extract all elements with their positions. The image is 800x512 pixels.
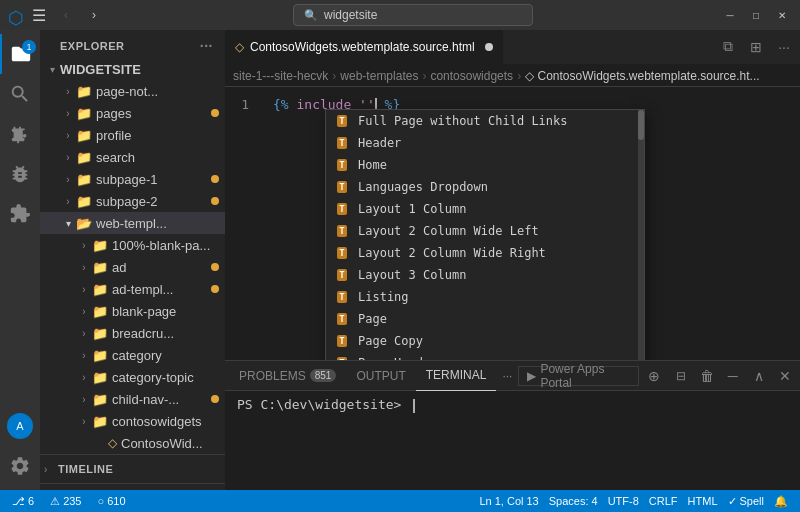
autocomplete-scrollbar-thumb[interactable] <box>638 110 644 140</box>
window-minimize-button[interactable]: ─ <box>720 5 740 25</box>
ac-icon: T <box>334 179 350 195</box>
tree-item-profile[interactable]: › 📁 profile <box>40 124 225 146</box>
panel-minimize-button[interactable]: ─ <box>722 364 744 388</box>
tree-item-ad[interactable]: › 📁 ad <box>40 256 225 278</box>
activity-bar: 1 A <box>0 30 40 490</box>
tree-item-contosowidgets[interactable]: › 📁 contosowidgets <box>40 410 225 432</box>
tab-more-button[interactable]: ··· <box>772 35 796 59</box>
panel-close-button[interactable]: ✕ <box>774 364 796 388</box>
activity-item-debug[interactable] <box>0 154 40 194</box>
activity-item-settings[interactable] <box>0 446 40 486</box>
autocomplete-item-page-header[interactable]: T Page Header <box>326 352 644 360</box>
panel-split-button[interactable]: ⊟ <box>669 364 691 388</box>
autocomplete-item-header[interactable]: T Header <box>326 132 644 154</box>
activity-item-source-control[interactable] <box>0 114 40 154</box>
panel-tab-output[interactable]: OUTPUT <box>346 361 415 391</box>
panel-add-button[interactable]: ⊕ <box>643 364 665 388</box>
tree-item-breadcru[interactable]: › 📁 breadcru... <box>40 322 225 344</box>
ac-label: Page <box>358 312 387 326</box>
tab-split-button[interactable]: ⧉ <box>716 35 740 59</box>
breadcrumb-item-site[interactable]: site-1---site-hecvk <box>233 69 328 83</box>
tree-item-subpage1[interactable]: › 📁 subpage-1 <box>40 168 225 190</box>
status-bar: ⎇ 6 ⚠ 235 ○ 610 Ln 1, Col 13 Spaces: 4 U… <box>0 490 800 512</box>
tab-layout-button[interactable]: ⊞ <box>744 35 768 59</box>
ac-label: Layout 2 Column Wide Left <box>358 224 539 238</box>
autocomplete-item-layout2wr[interactable]: T Layout 2 Column Wide Right <box>326 242 644 264</box>
tree-label: profile <box>96 128 131 143</box>
activity-item-search[interactable] <box>0 74 40 114</box>
autocomplete-item-page-copy[interactable]: T Page Copy <box>326 330 644 352</box>
modified-badge <box>211 109 219 117</box>
status-encoding[interactable]: UTF-8 <box>604 490 643 512</box>
terminal-content[interactable]: PS C:\dev\widgetsite> <box>225 391 800 490</box>
autocomplete-item-fullpage[interactable]: T Full Page without Child Links <box>326 110 644 132</box>
nav-back-button[interactable]: ‹ <box>54 3 78 27</box>
activity-bar-bottom: A <box>0 406 40 490</box>
folder-icon: 📁 <box>76 84 92 99</box>
timeline-header[interactable]: › TIMELINE <box>40 458 225 480</box>
panel-tab-terminal[interactable]: TERMINAL <box>416 361 497 391</box>
spell-icon: ✓ <box>728 495 737 508</box>
autocomplete-item-layout2wl[interactable]: T Layout 2 Column Wide Left <box>326 220 644 242</box>
autocomplete-item-home[interactable]: T Home <box>326 154 644 176</box>
activity-item-extensions[interactable] <box>0 194 40 234</box>
autocomplete-item-layout1[interactable]: T Layout 1 Column <box>326 198 644 220</box>
window-maximize-button[interactable]: □ <box>746 5 766 25</box>
avatar[interactable]: A <box>7 413 33 439</box>
activity-item-explorer[interactable]: 1 <box>0 34 40 74</box>
power-apps-portal-button[interactable]: ▶ Power Apps Portal <box>518 366 639 386</box>
global-search-box[interactable]: 🔍 widgetsite <box>293 4 533 26</box>
terminal-cursor <box>413 399 415 413</box>
autocomplete-item-page[interactable]: T Page <box>326 308 644 330</box>
tree-item-category[interactable]: › 📁 category <box>40 344 225 366</box>
tree-item-category-topic[interactable]: › 📁 category-topic <box>40 366 225 388</box>
tree-item-web-templ[interactable]: ▾ 📂 web-templ... <box>40 212 225 234</box>
modified-badge <box>211 285 219 293</box>
status-spell[interactable]: ✓ Spell <box>724 490 768 512</box>
tree-item-search[interactable]: › 📁 search <box>40 146 225 168</box>
titlebar: ⬡ ☰ ‹ › 🔍 widgetsite ─ □ ✕ <box>0 0 800 30</box>
status-eol[interactable]: CRLF <box>645 490 682 512</box>
ac-icon: T <box>334 201 350 217</box>
breadcrumb-item-web-templates[interactable]: web-templates <box>340 69 418 83</box>
autocomplete-scrollbar[interactable] <box>638 110 644 360</box>
tree-item-page-not[interactable]: › 📁 page-not... <box>40 80 225 102</box>
panel-tab-more[interactable]: ··· <box>496 369 518 383</box>
status-spaces[interactable]: Spaces: 4 <box>545 490 602 512</box>
tree-label: ContosoWid... <box>121 436 203 451</box>
code-editor[interactable]: 1 {% include '' %} T Full Page w <box>225 87 800 360</box>
tree-item-pages[interactable]: › 📁 pages <box>40 102 225 124</box>
status-errors[interactable]: ⚠ 235 <box>46 490 85 512</box>
autocomplete-item-layout3[interactable]: T Layout 3 Column <box>326 264 644 286</box>
panel-tab-problems[interactable]: PROBLEMS 851 <box>229 361 346 391</box>
tab-main[interactable]: ◇ ContosoWidgets.webtemplate.source.html <box>225 30 503 64</box>
code-area[interactable]: {% include '' %} T Full Page without Chi… <box>265 87 800 360</box>
status-notifications[interactable]: 🔔 <box>770 490 792 512</box>
panel-trash-button[interactable]: 🗑 <box>696 364 718 388</box>
hamburger-menu-icon[interactable]: ☰ <box>32 6 46 25</box>
status-language[interactable]: HTML <box>684 490 722 512</box>
autocomplete-item-listing[interactable]: T Listing <box>326 286 644 308</box>
tree-item-subpage2[interactable]: › 📁 subpage-2 <box>40 190 225 212</box>
status-info[interactable]: ○ 610 <box>93 490 129 512</box>
activity-item-accounts[interactable]: A <box>0 406 40 446</box>
tree-item-child-nav[interactable]: › 📁 child-nav-... <box>40 388 225 410</box>
status-position[interactable]: Ln 1, Col 13 <box>475 490 542 512</box>
nav-forward-button[interactable]: › <box>82 3 106 27</box>
status-branch[interactable]: ⎇ 6 <box>8 490 38 512</box>
ac-icon: T <box>334 289 350 305</box>
window-close-button[interactable]: ✕ <box>772 5 792 25</box>
notification-icon: 🔔 <box>774 495 788 508</box>
breadcrumb-item-contosowidgets[interactable]: contosowidgets <box>430 69 513 83</box>
autocomplete-item-languages[interactable]: T Languages Dropdown <box>326 176 644 198</box>
error-count: 235 <box>63 495 81 507</box>
tree-item-blank-pa[interactable]: › 📁 100%-blank-pa... <box>40 234 225 256</box>
tree-root-widgetsite[interactable]: ▾ WIDGETSITE <box>40 58 225 80</box>
tree-item-blank-page[interactable]: › 📁 blank-page <box>40 300 225 322</box>
ac-label: Full Page without Child Links <box>358 114 568 128</box>
tree-item-contoso-file[interactable]: › ◇ ContosoWid... <box>40 432 225 454</box>
sidebar-more-button[interactable]: ··· <box>200 38 213 54</box>
status-bar-right: Ln 1, Col 13 Spaces: 4 UTF-8 CRLF HTML ✓… <box>475 490 792 512</box>
panel-expand-button[interactable]: ∧ <box>748 364 770 388</box>
tree-item-ad-templ[interactable]: › 📁 ad-templ... <box>40 278 225 300</box>
